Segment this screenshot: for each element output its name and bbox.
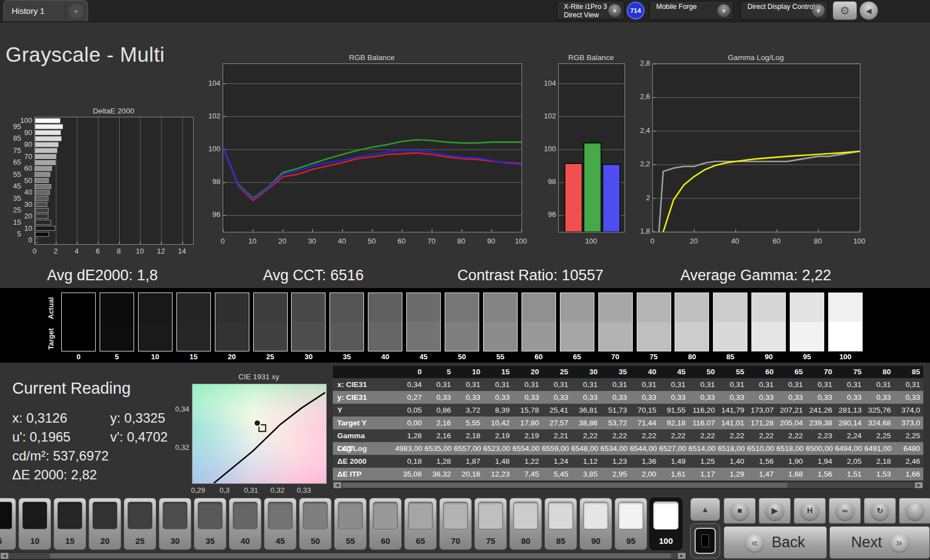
table-cell: 141,79	[718, 404, 747, 417]
chart-title: RGB Balance	[223, 53, 521, 62]
chart-title: DeltaE 2000	[35, 107, 193, 115]
axis-tick-label: 80	[808, 237, 828, 245]
chevron-left-icon: ◀	[866, 7, 872, 15]
table-scrollbar-thumb[interactable]	[342, 483, 788, 488]
scroll-left-icon[interactable]: ◄	[333, 482, 341, 488]
table-cell: 0,31	[425, 378, 454, 391]
table-cell: 12,23	[483, 468, 513, 480]
table-cell: 71,44	[630, 417, 660, 429]
level-button-85[interactable]: 85	[544, 498, 577, 550]
level-button-75[interactable]: 75	[474, 498, 507, 550]
axis-tick-label: 2	[631, 194, 650, 202]
back-button[interactable]: « Back	[724, 526, 827, 559]
scroll-right-icon[interactable]: ►	[915, 482, 923, 488]
grayscale-swatch-45	[406, 293, 441, 351]
level-button-40[interactable]: 40	[229, 498, 262, 550]
table-cell: 0,31	[659, 378, 688, 391]
table-cell: 0,33	[718, 391, 747, 404]
table-row-label: ΔE ITP	[333, 468, 395, 480]
scroll-right-icon[interactable]: ►	[678, 553, 686, 559]
meter-dropdown[interactable]: X-Rite i1Pro 3 Direct View ▼	[557, 1, 624, 20]
table-cell: 1,68	[776, 468, 806, 480]
level-button-20[interactable]: 20	[88, 498, 121, 550]
table-cell: 0,33	[571, 391, 601, 404]
level-button-95[interactable]: 95	[614, 498, 647, 550]
level-button-55[interactable]: 55	[334, 498, 367, 550]
play-button[interactable]: ▶	[759, 498, 791, 524]
next-button[interactable]: Next »	[829, 526, 930, 559]
deltae-bar-50	[36, 179, 49, 183]
series-measured	[653, 151, 860, 232]
axis-tick-label: 0,29	[187, 486, 209, 494]
measurement-count-badge: 714	[627, 2, 644, 19]
table-row-label: y: CIE31	[333, 391, 395, 404]
level-button-10[interactable]: 10	[18, 498, 51, 550]
level-button-label: 90	[580, 536, 612, 546]
settings-button[interactable]: ⚙	[833, 1, 857, 20]
stop-button[interactable]: ■	[724, 498, 756, 524]
level-strip-scrollbar-thumb[interactable]	[50, 553, 671, 558]
level-button-90[interactable]: 90	[579, 498, 612, 550]
pattern-window-button[interactable]	[690, 523, 720, 558]
chart-title: RGB Balance	[558, 53, 624, 62]
table-cell: 5,45	[542, 468, 571, 480]
pattern-size-button[interactable]: H	[794, 498, 826, 524]
pattern-size-icon: H	[800, 501, 819, 520]
table-cell: 0,33	[894, 391, 923, 404]
refresh-button[interactable]: ↻	[864, 498, 896, 524]
table-row-label: ΔE 2000	[333, 455, 395, 468]
chevron-down-icon[interactable]: ▼	[717, 4, 730, 17]
level-button-100[interactable]: 100	[649, 498, 682, 550]
swatch-target	[752, 322, 785, 351]
tab-history-1[interactable]: History 1 +	[3, 0, 88, 21]
table-cell: 3,85	[571, 468, 601, 480]
level-strip-scrollbar[interactable]: ◄ ►	[0, 552, 686, 559]
swatch-actual	[714, 293, 747, 322]
meter-mode: Direct View	[564, 11, 599, 19]
display-control-dropdown[interactable]: Direct Display Control ▼	[740, 1, 828, 20]
table-cell: 2,24	[835, 429, 864, 442]
level-button-60[interactable]: 60	[369, 498, 402, 550]
level-button-25[interactable]: 25	[124, 498, 156, 550]
level-button-50[interactable]: 50	[299, 498, 332, 550]
swatch-actual	[254, 293, 287, 322]
table-col-header: 40	[630, 366, 660, 378]
record-button[interactable]	[899, 498, 930, 524]
table-cell: 1,17	[688, 468, 718, 480]
level-button-80[interactable]: 80	[509, 498, 542, 550]
table-cell: 205,04	[776, 417, 806, 429]
level-button-70[interactable]: 70	[439, 498, 472, 550]
pattern-source-dropdown[interactable]: Mobile Forge ▼	[649, 1, 734, 20]
continuous-button[interactable]: ∞	[829, 498, 861, 524]
axis-tick-label: 102	[201, 112, 220, 120]
collapse-panel-button[interactable]: ◀	[859, 1, 878, 20]
level-button-5[interactable]: 5	[0, 498, 16, 550]
add-tab-button[interactable]: +	[69, 4, 83, 18]
strip-expand-button[interactable]: ▲	[690, 498, 720, 521]
level-button-35[interactable]: 35	[194, 498, 227, 550]
table-cell: 1,87	[454, 455, 483, 468]
chevron-down-icon[interactable]: ▼	[608, 4, 621, 17]
axis-tick-label: 0,33	[293, 486, 315, 494]
grayscale-swatch-0	[61, 293, 96, 351]
level-button-label: 35	[194, 536, 226, 546]
level-button-30[interactable]: 30	[159, 498, 191, 550]
table-col-header: 50	[688, 366, 718, 378]
scroll-left-icon[interactable]: ◄	[1, 553, 8, 559]
table-cell: 6554,00	[513, 442, 542, 455]
swatch-target	[62, 322, 95, 351]
pattern-window-preview	[701, 534, 709, 547]
level-button-15[interactable]: 15	[53, 498, 86, 550]
axis-tick-label: 2,4	[631, 126, 650, 135]
table-scrollbar[interactable]: ◄ ►	[333, 482, 923, 489]
gear-icon: ⚙	[840, 4, 850, 17]
level-button-65[interactable]: 65	[404, 498, 437, 550]
table-cell: 239,38	[806, 417, 835, 429]
measurement-table: 0510152025303540455055606570758085x: CIE…	[333, 366, 923, 480]
chevron-down-icon[interactable]: ▼	[812, 4, 825, 17]
swatch-actual	[368, 293, 402, 322]
level-button-45[interactable]: 45	[264, 498, 297, 550]
table-row-label: Gamma Log/Log	[333, 429, 395, 442]
pattern-level-strip: 5101520253035404550556065707580859095100	[0, 497, 686, 552]
level-button-label: 55	[334, 536, 366, 546]
